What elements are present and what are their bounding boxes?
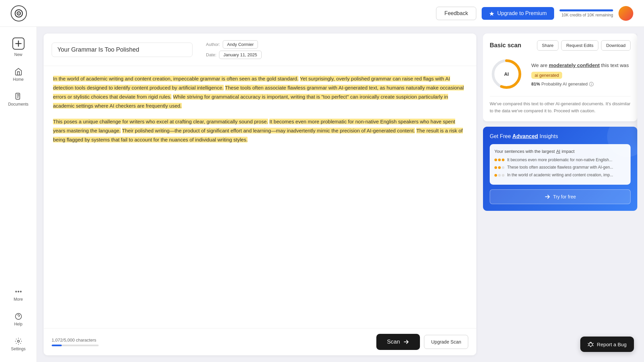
insights-header-suffix: Insights (538, 133, 558, 139)
home-icon (14, 68, 22, 76)
doc-footer: 1,072/5,000 characters Scan Upgrade Scan (44, 328, 476, 355)
settings-icon (14, 337, 22, 345)
doc-header: Author: Andy Cormier Date: January 11, 2… (44, 34, 476, 66)
sidebar-item-settings[interactable]: Settings (3, 333, 34, 355)
scan-label: Scan (387, 339, 400, 345)
dot-1 (498, 166, 501, 169)
insights-row-text-1: These tools often associate flawless gra… (507, 165, 613, 170)
credits-text: 10K credits of 10K remaining (561, 13, 613, 17)
home-label: Home (13, 77, 23, 82)
try-free-button[interactable]: Try for free (490, 189, 631, 204)
footer-actions: Scan Upgrade Scan (376, 334, 468, 350)
date-label: Date: (206, 52, 216, 57)
insights-panel: Get Free Advanced Insights Your sentence… (483, 127, 637, 211)
char-count-wrap: 1,072/5,000 characters (52, 338, 99, 346)
scan-button[interactable]: Scan (376, 334, 420, 350)
dot-2 (502, 174, 504, 177)
user-avatar[interactable] (619, 6, 633, 21)
insights-header: Get Free Advanced Insights (490, 133, 631, 139)
doc-paragraph-2: This poses a unique challenge for writer… (53, 117, 467, 144)
box-title-prefix: Your sentences with the largest (494, 149, 555, 154)
sidebar-item-documents[interactable]: Documents (3, 88, 34, 111)
highlight-5: This poses a unique challenge for writer… (53, 119, 268, 124)
svg-point-8 (18, 291, 19, 292)
gauge-desc: We are moderately confident this text wa… (531, 62, 631, 69)
dot-0 (502, 159, 504, 161)
insights-box-title: Your sentences with the largest AI impac… (494, 149, 626, 154)
topbar-right: Feedback Upgrade to Premium 10K credits … (436, 6, 633, 21)
content-area: Author: Andy Cormier Date: January 11, 2… (37, 27, 644, 362)
svg-point-9 (20, 291, 21, 292)
svg-point-31 (589, 343, 592, 346)
dot-0 (494, 159, 497, 161)
confidence-desc-1: We are (531, 62, 549, 68)
author-row: Author: Andy Cormier (206, 40, 262, 49)
sidebar-item-more[interactable]: More (3, 284, 34, 306)
right-panel: Basic scan Share Request Edits Download (483, 34, 637, 355)
main-layout: New Home Documents More Help Settings (0, 27, 644, 362)
documents-label: Documents (8, 102, 29, 107)
dot-row-2 (494, 174, 504, 177)
confidence-desc-2: this text was (600, 62, 629, 68)
upgrade-scan-button[interactable]: Upgrade Scan (424, 335, 468, 349)
credits-progress-bar (559, 9, 613, 11)
dot-row-0 (494, 159, 504, 161)
gauge-center-label: AI (504, 71, 509, 77)
date-row: Date: January 11, 2025 (206, 51, 262, 59)
scan-panel: Basic scan Share Request Edits Download (483, 34, 637, 121)
author-label: Author: (206, 42, 220, 47)
sidebar-item-home[interactable]: Home (3, 64, 34, 86)
new-label: New (14, 52, 22, 57)
char-count-text: 1,072/5,000 characters (52, 338, 99, 343)
sidebar-item-new[interactable]: New (3, 34, 34, 61)
bug-icon (588, 341, 594, 347)
app-logo[interactable] (11, 5, 27, 21)
char-progress-bar (52, 345, 99, 346)
date-value: January 11, 2025 (219, 51, 261, 59)
svg-line-33 (593, 343, 593, 344)
confidence-strong: moderately confident (549, 62, 600, 68)
author-value: Andy Cormier (223, 40, 258, 49)
help-icon (14, 312, 22, 320)
insights-box: Your sentences with the largest AI impac… (490, 144, 631, 185)
insights-row-text-2: In the world of academic writing and con… (507, 172, 613, 178)
probability-pct: 81% (531, 81, 540, 86)
sidebar: New Home Documents More Help Settings (0, 27, 37, 362)
gauge-wrap: AI (490, 57, 523, 91)
svg-point-12 (17, 340, 19, 342)
insights-rows: It becomes even more problematic for non… (494, 157, 626, 178)
svg-line-32 (588, 343, 589, 344)
svg-point-2 (18, 13, 19, 14)
svg-line-34 (588, 345, 589, 346)
sidebar-bottom: More Help Settings (3, 284, 34, 355)
char-progress-fill (52, 345, 62, 346)
more-icon (14, 288, 22, 296)
dot-2 (498, 174, 501, 177)
scan-note: We've compared this text to other AI-gen… (490, 96, 631, 115)
insights-row-1: These tools often associate flawless gra… (494, 165, 626, 170)
try-free-label: Try for free (553, 194, 576, 199)
box-title-suffix: impact (561, 149, 574, 154)
feedback-button[interactable]: Feedback (436, 7, 476, 20)
info-icon[interactable] (589, 82, 594, 86)
sidebar-item-help[interactable]: Help (3, 308, 34, 330)
highlight-7: Their polished writing—the product of si… (122, 128, 415, 133)
download-button[interactable]: Download (601, 40, 631, 51)
share-button[interactable]: Share (537, 40, 559, 51)
dot-row-1 (494, 166, 504, 169)
more-label: More (14, 297, 23, 302)
insights-row-0: It becomes even more problematic for non… (494, 157, 626, 163)
new-icon (12, 38, 24, 50)
upgrade-button[interactable]: Upgrade to Premium (482, 7, 554, 20)
svg-point-7 (15, 291, 16, 292)
arrow-right-icon (544, 194, 550, 200)
box-title-ai: AI (556, 149, 560, 154)
insights-header-advanced: Advanced (513, 133, 538, 139)
dot-1 (502, 166, 504, 169)
document-panel: Author: Andy Cormier Date: January 11, 2… (44, 34, 476, 355)
doc-body: In the world of academic writing and con… (44, 66, 476, 328)
svg-rect-6 (16, 93, 20, 99)
request-edits-button[interactable]: Request Edits (561, 40, 598, 51)
report-bug-button[interactable]: Report a Bug (580, 337, 634, 352)
doc-title-input[interactable] (52, 43, 193, 57)
